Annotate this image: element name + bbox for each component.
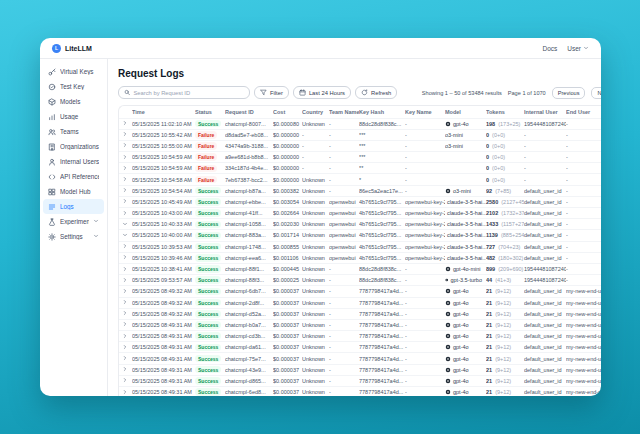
sidebar-item-usage[interactable]: Usage [43, 109, 104, 124]
expand-row-button[interactable] [122, 333, 128, 340]
request-id-cell[interactable]: chatcmpl-8007... [225, 121, 266, 127]
expand-row-button[interactable] [122, 277, 128, 284]
search-box[interactable] [118, 86, 250, 99]
sidebar-item-experimental[interactable]: Experimental [43, 214, 104, 229]
request-id-cell[interactable]: a9ee681d-b8b8... [225, 154, 268, 160]
expand-row-button[interactable] [122, 131, 128, 138]
request-id-cell[interactable]: chatcmpl-88f1... [225, 266, 264, 272]
sidebar-item-settings[interactable]: Settings [43, 229, 104, 244]
request-id-cell[interactable]: chatcmpl-88f3... [225, 277, 264, 283]
expand-row-button[interactable] [122, 142, 128, 149]
status-badge: Success [195, 276, 221, 284]
request-id-cell[interactable]: chatcmpl-ebbe... [225, 199, 266, 205]
request-id-cell[interactable]: chatcmpl-b87a... [225, 188, 266, 194]
sidebar-item-organizations[interactable]: Organizations [43, 139, 104, 154]
request-id-cell[interactable]: chatcmpl-2d8f... [225, 300, 264, 306]
table-row: 05/15/2025 08:49:31 AMSuccesschatcmpl-b0… [119, 320, 601, 331]
previous-page-button[interactable]: Previous [552, 87, 586, 99]
internal-user-cell: default_user_id [524, 300, 562, 306]
expand-row-button[interactable] [122, 176, 128, 183]
expand-row-button[interactable] [122, 389, 128, 396]
internal-user-cell: - [524, 132, 526, 138]
openai-icon [445, 121, 451, 127]
request-id-cell[interactable]: chatcmpl-cd3b... [225, 333, 265, 339]
filter-button[interactable]: Filter [254, 86, 289, 99]
expand-row-button[interactable] [122, 210, 128, 217]
tokens-total: 0 [486, 177, 489, 183]
expand-row-button[interactable] [122, 187, 128, 194]
expand-row-button[interactable] [122, 198, 128, 205]
tokens-total: 0 [486, 165, 489, 171]
request-id-cell[interactable]: chatcmpl-d52a... [225, 311, 266, 317]
expand-row-button[interactable] [122, 154, 128, 161]
time-cell: 05/15/2025 08:49:31 AM [132, 322, 192, 328]
key-hash-cell: 7787798417a4d... [359, 333, 403, 339]
request-id-cell[interactable]: 334c187d-4b4e... [225, 165, 268, 171]
docs-link[interactable]: Docs [542, 45, 557, 52]
expand-row-button[interactable] [122, 165, 128, 172]
sidebar-item-teams[interactable]: Teams [43, 124, 104, 139]
tokens-total: 2102 [486, 210, 498, 216]
time-cell: 05/15/2025 08:49:31 AM [132, 356, 192, 362]
sidebar-item-logs[interactable]: Logs [43, 199, 104, 214]
request-id-cell[interactable]: chatcmpl-6db7... [225, 288, 266, 294]
sidebar-item-model-hub[interactable]: Model Hub [43, 184, 104, 199]
request-id-cell[interactable]: chatcmpl-1748... [225, 244, 266, 250]
model-cell: gpt-4o-mini [453, 266, 481, 272]
request-id-cell[interactable]: 43474a9b-3188... [225, 143, 268, 149]
team-name-cell: openwebui [329, 255, 356, 261]
expand-row-button[interactable] [122, 232, 128, 239]
key-name-cell: - [405, 143, 407, 149]
internal-user-cell: default_user_id [524, 378, 562, 384]
team-name-cell: openwebui [329, 210, 356, 216]
expand-row-button[interactable] [122, 221, 128, 228]
expand-row-button[interactable] [122, 310, 128, 317]
request-id-cell[interactable]: chatcmpl-eea6... [225, 255, 266, 261]
expand-row-button[interactable] [122, 355, 128, 362]
sidebar-item-virtual-keys[interactable]: Virtual Keys [43, 64, 104, 79]
time-cell: 05/15/2025 10:40:00 AM [132, 232, 192, 238]
expand-row-button[interactable] [122, 299, 128, 306]
request-id-cell[interactable]: chatcmpl-75e7... [225, 356, 266, 362]
request-id-cell[interactable]: 7eb67387-bcc2... [225, 177, 268, 183]
request-id-cell[interactable]: chatcmpl-41ff... [225, 210, 263, 216]
next-page-button[interactable]: Next [591, 87, 601, 99]
search-input[interactable] [133, 90, 244, 96]
key-hash-cell: 4b7651c9cf795... [359, 255, 401, 261]
refresh-button[interactable]: Refresh [355, 86, 397, 99]
brand[interactable]: L LiteLLM [52, 44, 92, 53]
sidebar-item-models[interactable]: Models [43, 94, 104, 109]
user-menu[interactable]: User [567, 45, 589, 52]
chevron-down-icon [93, 233, 99, 239]
expand-row-button[interactable] [122, 288, 128, 295]
request-id-cell[interactable]: chatcmpl-883a... [225, 232, 266, 238]
time-range-button[interactable]: Last 24 Hours [293, 86, 351, 99]
sidebar-item-api-reference[interactable]: API Reference [43, 169, 104, 184]
request-id-cell[interactable]: chatcmpl-6ed8... [225, 389, 266, 395]
expand-row-button[interactable] [122, 321, 128, 328]
table-row: 05/15/2025 08:49:31 AMSuccesschatcmpl-d8… [119, 376, 601, 387]
request-id-cell[interactable]: d8dad5e7-eb08... [225, 132, 268, 138]
model-cell: claude-3-5-hai... [447, 221, 486, 227]
expand-row-button[interactable] [122, 266, 128, 273]
table-row: 05/15/2025 10:39:46 AMSuccesschatcmpl-ee… [119, 253, 601, 264]
request-id-cell[interactable]: chatcmpl-da61... [225, 344, 266, 350]
tokens-detail: (7+85) [495, 188, 511, 194]
request-id-cell[interactable]: chatcmpl-1058... [225, 221, 266, 227]
cost-cell: $0.000025 [273, 277, 299, 283]
column-header-time: Time [132, 109, 195, 115]
team-name-cell: - [329, 288, 331, 294]
tokens-total: 21 [486, 367, 492, 373]
request-id-cell[interactable]: chatcmpl-d865... [225, 378, 266, 384]
expand-row-button[interactable] [122, 344, 128, 351]
sidebar-item-internal-users[interactable]: Internal Users [43, 154, 104, 169]
expand-row-button[interactable] [122, 377, 128, 384]
request-id-cell[interactable]: chatcmpl-43e9... [225, 367, 266, 373]
expand-row-button[interactable] [122, 243, 128, 250]
request-id-cell[interactable]: chatcmpl-b0a7... [225, 322, 266, 328]
sidebar-item-test-key[interactable]: Test Key [43, 79, 104, 94]
expand-row-button[interactable] [122, 366, 128, 373]
expand-row-button[interactable] [122, 254, 128, 261]
model-cell: claude-3-5-hai... [447, 255, 486, 261]
expand-row-button[interactable] [122, 120, 128, 127]
